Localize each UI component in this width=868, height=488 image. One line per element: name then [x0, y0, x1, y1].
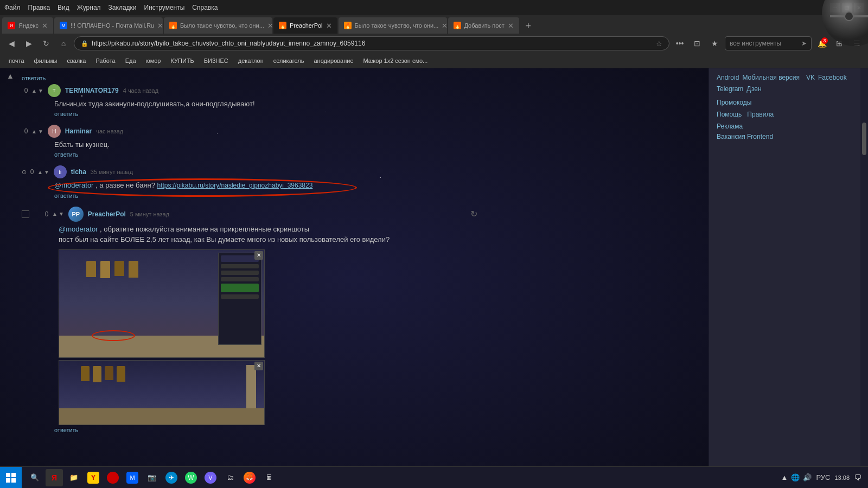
screenshot-close-2[interactable]: ✕: [254, 362, 263, 370]
taskbar-whatsapp[interactable]: W: [182, 469, 200, 486]
scrollbar[interactable]: [860, 68, 868, 488]
bookmark-pochta[interactable]: почта: [4, 56, 29, 65]
taskbar-clock[interactable]: 13:08: [834, 474, 850, 481]
tray-up-arrow[interactable]: ▲: [781, 473, 788, 481]
mention-ticha[interactable]: @moderator: [54, 181, 93, 189]
sidebar-link-android[interactable]: Android: [717, 74, 739, 82]
bookmark-eda[interactable]: Еда: [121, 56, 141, 65]
bookmark-star[interactable]: ☆: [656, 40, 662, 48]
maximize-button[interactable]: □: [842, 3, 852, 12]
refresh-icon-preacher[interactable]: ↻: [470, 209, 477, 219]
vote-up-harninar[interactable]: ▲: [31, 129, 37, 134]
vote-up-terminator[interactable]: ▲: [31, 88, 37, 94]
username-ticha[interactable]: ticha: [71, 168, 86, 176]
taskbar-search[interactable]: 🔍: [26, 469, 43, 486]
bookmark-biznes[interactable]: БИЗНЕС: [200, 56, 233, 65]
reload-button[interactable]: ↻: [39, 36, 53, 50]
scroll-up-indicator[interactable]: ▲: [7, 72, 14, 80]
tab-yandex[interactable]: Я Яндекс ✕: [2, 17, 53, 34]
tray-network[interactable]: 🌐: [791, 473, 800, 481]
sidebar-link-facebook[interactable]: Facebook: [818, 74, 847, 82]
comment-checkbox-preacher[interactable]: [22, 210, 29, 218]
bookmark-svalka[interactable]: свалка: [62, 56, 90, 65]
reply-link-above[interactable]: ответить: [22, 75, 46, 81]
bookmark-rabota[interactable]: Работа: [91, 56, 119, 65]
tab-story2[interactable]: 🔥 Было такое чувство, что они... ✕: [339, 17, 447, 34]
taskbar-telegram[interactable]: ✈: [163, 469, 180, 486]
taskbar-folder[interactable]: 📁: [65, 469, 82, 486]
menu-bookmarks[interactable]: Закладки: [108, 4, 137, 11]
bookmark-decathlon[interactable]: декатлон: [234, 56, 268, 65]
mention-preacher[interactable]: @moderator: [59, 225, 98, 233]
vote-down-harninar[interactable]: ▼: [38, 129, 43, 134]
forward-button[interactable]: ▶: [22, 36, 36, 50]
username-harninar[interactable]: Harninar: [65, 127, 92, 135]
new-tab-button[interactable]: +: [520, 18, 537, 34]
vote-down-ticha[interactable]: ▼: [44, 169, 49, 175]
bookmark-mazhor[interactable]: Мажор 1х2 сезон смо...: [359, 56, 432, 65]
menu-edit[interactable]: Правка: [28, 4, 50, 11]
menu-dots-button[interactable]: •••: [673, 36, 687, 50]
tab-close-preacher[interactable]: ✕: [326, 22, 332, 30]
sidebar-link-promo[interactable]: Промокоды: [717, 99, 751, 106]
taskbar-camera[interactable]: 📷: [143, 469, 161, 486]
bookmark-humor[interactable]: юмор: [142, 56, 165, 65]
sidebar-link-dzen[interactable]: Дзен: [746, 85, 761, 93]
tab-preacher[interactable]: 🔥 PreacherPol ✕: [273, 17, 337, 34]
bookmark-kupit[interactable]: КУПИТЬ: [167, 56, 199, 65]
bookmark-anodirovanie[interactable]: анодирование: [309, 56, 358, 65]
menu-tools[interactable]: Инструменты: [144, 4, 185, 11]
scrollbar-thumb[interactable]: [862, 123, 866, 155]
username-terminator[interactable]: TERMINATOR179: [65, 87, 119, 94]
sidebar-ad-label[interactable]: Реклама: [717, 123, 743, 130]
language-indicator[interactable]: РУС: [816, 473, 830, 481]
menu-file[interactable]: Файл: [4, 4, 21, 11]
back-button[interactable]: ◀: [4, 36, 18, 50]
star-button[interactable]: ★: [707, 36, 722, 50]
tab-close-yandex[interactable]: ✕: [42, 22, 48, 30]
screenshot-close-1[interactable]: ✕: [254, 251, 263, 260]
home-button[interactable]: ⌂: [56, 36, 71, 50]
taskbar-yandex2[interactable]: Y: [85, 469, 102, 486]
tab-close-story1[interactable]: ✕: [267, 22, 272, 30]
username-preacher[interactable]: PreacherPol: [88, 210, 126, 218]
tray-volume[interactable]: 🔊: [803, 473, 812, 481]
tab-mail[interactable]: М !!! ОПЛАЧЕНО - Почта Mail.Ru ✕: [54, 17, 163, 34]
address-bar[interactable]: 🔒 https://pikabu.ru/story/byilo_takoe_ch…: [74, 36, 669, 50]
sidebar-toggle-button[interactable]: ☰: [850, 36, 864, 50]
vote-up-ticha[interactable]: ▲: [37, 169, 43, 175]
menu-view[interactable]: Вид: [58, 4, 69, 11]
sidebar-link-vk[interactable]: VK: [806, 74, 815, 82]
reply-harninar[interactable]: ответить: [54, 151, 477, 158]
vote-up-preacher[interactable]: ▲: [52, 211, 58, 217]
vote-down-terminator[interactable]: ▼: [38, 88, 43, 94]
taskbar-firefox[interactable]: 🦊: [241, 469, 258, 486]
sidebar-link-rules[interactable]: Правила: [747, 111, 774, 118]
notification-button[interactable]: 🔔 3: [815, 36, 829, 50]
minimize-button[interactable]: ─: [830, 3, 840, 12]
sidebar-link-mobile[interactable]: Мобильная версия: [742, 74, 800, 82]
taskbar-red-icon[interactable]: [104, 469, 122, 486]
bookmark-filmy[interactable]: фильмы: [30, 56, 62, 65]
start-button[interactable]: [0, 467, 22, 489]
reply-terminator[interactable]: ответить: [54, 111, 477, 117]
pikabu-link-ticha[interactable]: https://pikabu.ru/story/nasledie_gipnozh…: [157, 182, 313, 189]
sidebar-link-telegram[interactable]: Telegram: [717, 85, 743, 93]
reply-ticha[interactable]: ответить: [54, 192, 477, 199]
tab-close-mail[interactable]: ✕: [157, 22, 163, 30]
vote-down-preacher[interactable]: ▼: [59, 211, 64, 217]
taskbar-yandex[interactable]: Я: [46, 469, 63, 486]
reply-preacher[interactable]: ответить: [54, 427, 477, 433]
taskbar-mail[interactable]: М: [124, 469, 141, 486]
close-button[interactable]: ✕: [854, 3, 864, 12]
taskbar-calc[interactable]: 🖩: [260, 469, 278, 486]
view-mode-button[interactable]: ⊞: [832, 36, 846, 50]
sidebar-link-help[interactable]: Помощь: [717, 111, 742, 118]
menu-help[interactable]: Справка: [192, 4, 218, 11]
search-box[interactable]: все инструменты ➤: [725, 36, 812, 50]
menu-journal[interactable]: Журнал: [77, 4, 101, 11]
tab-close-story2[interactable]: ✕: [442, 22, 446, 30]
taskbar-file-manager[interactable]: 🗂: [221, 469, 239, 486]
bookmark-selikagel[interactable]: селикагель: [269, 56, 309, 65]
taskbar-viber[interactable]: V: [202, 469, 219, 486]
